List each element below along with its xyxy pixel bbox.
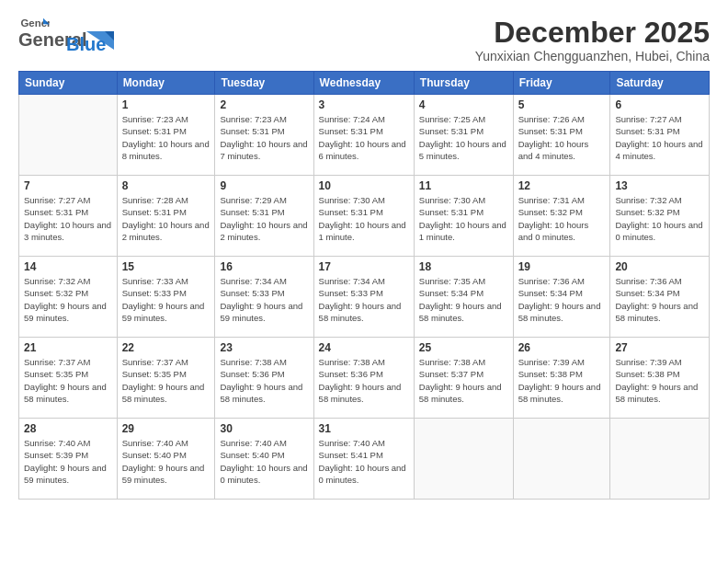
day-info: Sunrise: 7:37 AMSunset: 5:35 PMDaylight:…	[24, 356, 112, 405]
day-number: 27	[615, 341, 704, 354]
day-number: 25	[419, 341, 508, 354]
table-row: 12Sunrise: 7:31 AMSunset: 5:32 PMDayligh…	[513, 176, 610, 257]
day-info: Sunrise: 7:32 AMSunset: 5:32 PMDaylight:…	[615, 194, 704, 243]
table-row: 4Sunrise: 7:25 AMSunset: 5:31 PMDaylight…	[414, 95, 513, 176]
table-row: 10Sunrise: 7:30 AMSunset: 5:31 PMDayligh…	[313, 176, 414, 257]
day-number: 1	[122, 98, 210, 111]
col-monday: Monday	[117, 72, 215, 95]
table-row: 5Sunrise: 7:26 AMSunset: 5:31 PMDaylight…	[513, 95, 610, 176]
table-row: 27Sunrise: 7:39 AMSunset: 5:38 PMDayligh…	[610, 338, 710, 419]
day-number: 11	[419, 179, 508, 192]
col-friday: Friday	[513, 72, 610, 95]
col-wednesday: Wednesday	[313, 72, 414, 95]
table-row: 24Sunrise: 7:38 AMSunset: 5:36 PMDayligh…	[313, 338, 414, 419]
day-number: 22	[122, 341, 210, 354]
table-row: 30Sunrise: 7:40 AMSunset: 5:40 PMDayligh…	[215, 419, 313, 500]
day-info: Sunrise: 7:32 AMSunset: 5:32 PMDaylight:…	[24, 275, 112, 324]
day-number: 17	[319, 260, 409, 273]
table-row: 19Sunrise: 7:36 AMSunset: 5:34 PMDayligh…	[513, 257, 610, 338]
day-number: 23	[220, 341, 308, 354]
day-info: Sunrise: 7:27 AMSunset: 5:31 PMDaylight:…	[615, 113, 704, 162]
day-info: Sunrise: 7:38 AMSunset: 5:36 PMDaylight:…	[319, 356, 409, 405]
table-row	[19, 95, 118, 176]
logo-blue: Blue	[66, 34, 106, 55]
logo: General General Blue	[18, 17, 114, 55]
day-info: Sunrise: 7:40 AMSunset: 5:41 PMDaylight:…	[319, 437, 409, 486]
day-number: 13	[615, 179, 704, 192]
table-row: 21Sunrise: 7:37 AMSunset: 5:35 PMDayligh…	[19, 338, 118, 419]
day-info: Sunrise: 7:26 AMSunset: 5:31 PMDaylight:…	[518, 113, 606, 162]
day-number: 26	[518, 341, 606, 354]
table-row: 11Sunrise: 7:30 AMSunset: 5:31 PMDayligh…	[414, 176, 513, 257]
day-info: Sunrise: 7:34 AMSunset: 5:33 PMDaylight:…	[220, 275, 308, 324]
day-number: 29	[122, 422, 210, 435]
table-row: 3Sunrise: 7:24 AMSunset: 5:31 PMDaylight…	[313, 95, 414, 176]
table-row: 25Sunrise: 7:38 AMSunset: 5:37 PMDayligh…	[414, 338, 513, 419]
table-row: 2Sunrise: 7:23 AMSunset: 5:31 PMDaylight…	[215, 95, 313, 176]
col-thursday: Thursday	[414, 72, 513, 95]
col-tuesday: Tuesday	[215, 72, 313, 95]
day-info: Sunrise: 7:40 AMSunset: 5:40 PMDaylight:…	[220, 437, 308, 486]
col-sunday: Sunday	[19, 72, 118, 95]
day-number: 9	[220, 179, 308, 192]
table-row: 8Sunrise: 7:28 AMSunset: 5:31 PMDaylight…	[117, 176, 215, 257]
title-block: December 2025 Yunxixian Chengguanzhen, H…	[475, 17, 710, 63]
day-info: Sunrise: 7:36 AMSunset: 5:34 PMDaylight:…	[518, 275, 606, 324]
day-number: 14	[24, 260, 112, 273]
day-info: Sunrise: 7:40 AMSunset: 5:40 PMDaylight:…	[122, 437, 210, 486]
day-info: Sunrise: 7:29 AMSunset: 5:31 PMDaylight:…	[220, 194, 308, 243]
table-row: 29Sunrise: 7:40 AMSunset: 5:40 PMDayligh…	[117, 419, 215, 500]
table-row: 1Sunrise: 7:23 AMSunset: 5:31 PMDaylight…	[117, 95, 215, 176]
day-info: Sunrise: 7:39 AMSunset: 5:38 PMDaylight:…	[518, 356, 606, 405]
table-row: 17Sunrise: 7:34 AMSunset: 5:33 PMDayligh…	[313, 257, 414, 338]
table-row: 18Sunrise: 7:35 AMSunset: 5:34 PMDayligh…	[414, 257, 513, 338]
day-info: Sunrise: 7:23 AMSunset: 5:31 PMDaylight:…	[220, 113, 308, 162]
day-info: Sunrise: 7:23 AMSunset: 5:31 PMDaylight:…	[122, 113, 210, 162]
day-number: 20	[615, 260, 704, 273]
day-info: Sunrise: 7:35 AMSunset: 5:34 PMDaylight:…	[419, 275, 508, 324]
table-row: 16Sunrise: 7:34 AMSunset: 5:33 PMDayligh…	[215, 257, 313, 338]
table-row: 6Sunrise: 7:27 AMSunset: 5:31 PMDaylight…	[610, 95, 710, 176]
day-info: Sunrise: 7:25 AMSunset: 5:31 PMDaylight:…	[419, 113, 508, 162]
day-info: Sunrise: 7:30 AMSunset: 5:31 PMDaylight:…	[419, 194, 508, 243]
day-number: 15	[122, 260, 210, 273]
day-number: 7	[24, 179, 112, 192]
table-row: 13Sunrise: 7:32 AMSunset: 5:32 PMDayligh…	[610, 176, 710, 257]
day-info: Sunrise: 7:27 AMSunset: 5:31 PMDaylight:…	[24, 194, 112, 243]
table-row	[414, 419, 513, 500]
table-row: 26Sunrise: 7:39 AMSunset: 5:38 PMDayligh…	[513, 338, 610, 419]
day-number: 19	[518, 260, 606, 273]
month-title: December 2025	[475, 17, 710, 49]
day-number: 6	[615, 98, 704, 111]
day-info: Sunrise: 7:30 AMSunset: 5:31 PMDaylight:…	[319, 194, 409, 243]
table-row	[610, 419, 710, 500]
day-info: Sunrise: 7:38 AMSunset: 5:36 PMDaylight:…	[220, 356, 308, 405]
table-row: 23Sunrise: 7:38 AMSunset: 5:36 PMDayligh…	[215, 338, 313, 419]
day-number: 10	[319, 179, 409, 192]
day-number: 31	[319, 422, 409, 435]
table-row: 28Sunrise: 7:40 AMSunset: 5:39 PMDayligh…	[19, 419, 118, 500]
day-info: Sunrise: 7:31 AMSunset: 5:32 PMDaylight:…	[518, 194, 606, 243]
table-row: 7Sunrise: 7:27 AMSunset: 5:31 PMDaylight…	[19, 176, 118, 257]
day-info: Sunrise: 7:37 AMSunset: 5:35 PMDaylight:…	[122, 356, 210, 405]
table-row: 31Sunrise: 7:40 AMSunset: 5:41 PMDayligh…	[313, 419, 414, 500]
day-number: 12	[518, 179, 606, 192]
day-info: Sunrise: 7:38 AMSunset: 5:37 PMDaylight:…	[419, 356, 508, 405]
calendar: Sunday Monday Tuesday Wednesday Thursday…	[18, 71, 710, 500]
day-info: Sunrise: 7:36 AMSunset: 5:34 PMDaylight:…	[615, 275, 704, 324]
day-info: Sunrise: 7:40 AMSunset: 5:39 PMDaylight:…	[24, 437, 112, 486]
table-row	[513, 419, 610, 500]
day-info: Sunrise: 7:28 AMSunset: 5:31 PMDaylight:…	[122, 194, 210, 243]
day-number: 18	[419, 260, 508, 273]
day-number: 4	[419, 98, 508, 111]
day-number: 16	[220, 260, 308, 273]
day-number: 3	[319, 98, 409, 111]
table-row: 14Sunrise: 7:32 AMSunset: 5:32 PMDayligh…	[19, 257, 118, 338]
day-number: 24	[319, 341, 409, 354]
day-number: 2	[220, 98, 308, 111]
day-info: Sunrise: 7:33 AMSunset: 5:33 PMDaylight:…	[122, 275, 210, 324]
day-info: Sunrise: 7:39 AMSunset: 5:38 PMDaylight:…	[615, 356, 704, 405]
day-number: 8	[122, 179, 210, 192]
day-number: 5	[518, 98, 606, 111]
table-row: 22Sunrise: 7:37 AMSunset: 5:35 PMDayligh…	[117, 338, 215, 419]
